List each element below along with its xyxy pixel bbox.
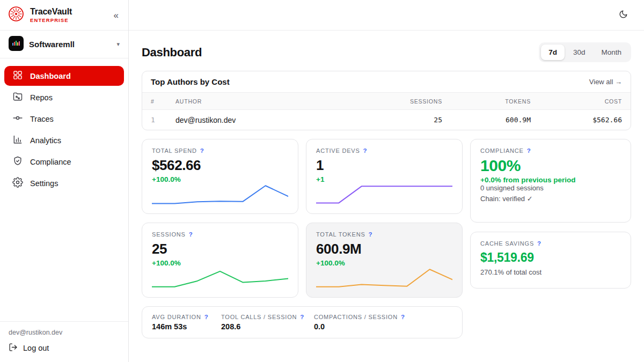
col-sessions: SESSIONS	[335, 98, 442, 105]
brand-text: TraceVault ENTERPRISE	[30, 7, 72, 23]
help-icon[interactable]: ?	[537, 240, 541, 247]
table-row[interactable]: 1 dev@rustikon.dev 25 600.9M $562.66	[142, 110, 631, 130]
total-spend-sparkline	[152, 183, 288, 205]
sidebar-item-label: Dashboard	[30, 72, 71, 80]
active-devs-sparkline	[316, 183, 452, 205]
compactions-stat: COMPACTIONS / SESSION ? 0.0	[314, 314, 405, 331]
card-label: COMPLIANCE	[480, 147, 524, 154]
sessions-sparkline	[152, 267, 288, 289]
mini-value: 146m 53s	[152, 322, 221, 331]
logout-button[interactable]: Log out	[9, 343, 120, 353]
cell-tokens: 600.9M	[442, 116, 531, 124]
total-tokens-sparkline	[316, 267, 452, 289]
mini-stats-card: AVG DURATION ? 146m 53s TOOL CALLS / SES…	[142, 306, 463, 338]
card-value: $562.66	[152, 157, 288, 174]
card-delta: +100.0%	[152, 259, 288, 267]
sidebar-footer: dev@rustikon.dev Log out	[0, 321, 128, 362]
sidebar-item-analytics[interactable]: Analytics	[4, 130, 124, 150]
cell-author: dev@rustikon.dev	[175, 116, 335, 124]
help-icon[interactable]: ?	[204, 314, 208, 320]
range-month-button[interactable]: Month	[594, 45, 629, 60]
dashboard-content: Dashboard 7d 30d Month Top Authors by Co…	[129, 31, 644, 338]
cell-rank: 1	[151, 116, 175, 124]
logout-icon	[9, 343, 18, 353]
trace-commit-icon	[12, 113, 23, 125]
sidebar: TraceVault ENTERPRISE « Softwaremll ▾ Da…	[0, 0, 129, 362]
help-icon[interactable]: ?	[401, 314, 405, 320]
logout-label: Log out	[23, 344, 49, 352]
total-tokens-card: TOTAL TOKENS ? 600.9M +100.0%	[306, 223, 463, 298]
page-title: Dashboard	[142, 46, 202, 60]
gear-icon	[12, 177, 23, 189]
sidebar-item-settings[interactable]: Settings	[4, 173, 124, 193]
sidebar-item-traces[interactable]: Traces	[4, 109, 124, 129]
table-header-row: # AUTHOR SESSIONS TOKENS COST	[142, 92, 631, 110]
help-icon[interactable]: ?	[300, 314, 304, 320]
mini-label: AVG DURATION	[152, 314, 201, 320]
sidebar-item-label: Compliance	[30, 158, 71, 166]
col-cost: COST	[531, 98, 622, 105]
view-all-link[interactable]: View all →	[589, 78, 622, 86]
tracevault-logo-icon	[8, 5, 25, 25]
main-area: Dashboard 7d 30d Month Top Authors by Co…	[129, 0, 644, 362]
card-delta: +0.0% from previous period	[480, 176, 621, 184]
help-icon[interactable]: ?	[363, 147, 367, 154]
card-value: 100%	[480, 157, 621, 175]
mini-value: 208.6	[221, 322, 314, 331]
cell-sessions: 25	[335, 116, 442, 124]
sidebar-item-label: Settings	[30, 179, 58, 188]
card-delta: +100.0%	[152, 175, 288, 183]
mini-value: 0.0	[314, 322, 405, 331]
col-author: AUTHOR	[175, 98, 335, 105]
user-email: dev@rustikon.dev	[9, 329, 120, 336]
active-devs-card: ACTIVE DEVS ? 1 +1	[306, 139, 463, 214]
shield-check-icon	[12, 156, 23, 168]
card-label: TOTAL SPEND	[152, 147, 197, 154]
chevron-down-icon: ▾	[116, 41, 120, 48]
dark-mode-toggle[interactable]	[617, 8, 630, 23]
cache-savings-card: CACHE SAVINGS ? $1,519.69 270.1% of tota…	[470, 232, 631, 289]
moon-icon	[619, 12, 628, 20]
card-value: 25	[152, 241, 288, 257]
col-rank: #	[151, 98, 175, 105]
org-avatar-icon	[9, 36, 24, 53]
card-value: 600.9M	[316, 241, 452, 257]
sidebar-header: TraceVault ENTERPRISE «	[0, 0, 128, 31]
card-delta: +1	[316, 175, 452, 183]
org-selector[interactable]: Softwaremll ▾	[0, 31, 128, 58]
sidebar-nav: Dashboard Repos Traces Analytics Complia…	[0, 58, 128, 195]
topbar	[129, 0, 644, 31]
help-icon[interactable]: ?	[527, 147, 531, 154]
sidebar-item-label: Analytics	[30, 136, 61, 145]
card-label: SESSIONS	[152, 231, 186, 238]
sidebar-item-dashboard[interactable]: Dashboard	[4, 66, 124, 86]
time-range-selector: 7d 30d Month	[539, 42, 631, 62]
card-label: ACTIVE DEVS	[316, 147, 360, 154]
chain-verified-text: Chain: verified ✓	[480, 195, 621, 203]
card-label: CACHE SAVINGS	[480, 240, 534, 247]
unsigned-sessions-text: 0 unsigned sessions	[480, 184, 621, 192]
col-tokens: TOKENS	[442, 98, 531, 105]
mini-label: TOOL CALLS / SESSION	[221, 314, 297, 320]
sidebar-item-compliance[interactable]: Compliance	[4, 152, 124, 172]
dashboard-grid-icon	[12, 70, 23, 82]
tool-calls-stat: TOOL CALLS / SESSION ? 208.6	[221, 314, 314, 331]
sessions-card: SESSIONS ? 25 +100.0%	[142, 223, 298, 298]
sidebar-item-label: Traces	[30, 115, 54, 123]
range-7d-button[interactable]: 7d	[541, 45, 565, 60]
mini-label: COMPACTIONS / SESSION	[314, 314, 398, 320]
cache-savings-sub: 270.1% of total cost	[480, 268, 621, 276]
repo-folder-icon	[12, 91, 23, 104]
bar-chart-icon	[12, 134, 23, 146]
total-spend-card: TOTAL SPEND ? $562.66 +100.0%	[142, 139, 298, 214]
cell-cost: $562.66	[531, 116, 622, 124]
sidebar-item-repos[interactable]: Repos	[4, 87, 124, 107]
org-name: Softwaremll	[29, 40, 75, 49]
help-icon[interactable]: ?	[200, 147, 204, 154]
table-title: Top Authors by Cost	[151, 77, 230, 86]
help-icon[interactable]: ?	[189, 231, 193, 238]
sidebar-collapse-button[interactable]: «	[112, 10, 121, 21]
range-30d-button[interactable]: 30d	[566, 45, 593, 60]
help-icon[interactable]: ?	[369, 231, 372, 238]
avg-duration-stat: AVG DURATION ? 146m 53s	[152, 314, 221, 331]
